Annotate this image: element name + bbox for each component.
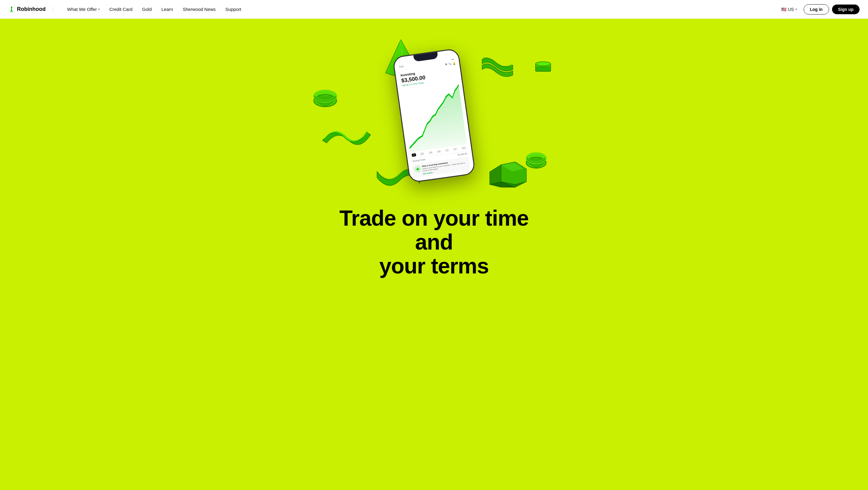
nav-credit-card[interactable]: Credit Card — [105, 4, 137, 14]
phone-screen: 5:12 ▪▪▪ ⚙ 🔍 🔔 Investing $3,500.00 +$0.0… — [393, 49, 475, 182]
locale-selector[interactable]: 🇺🇸 US ▾ — [778, 5, 800, 13]
chevron-down-icon: ▾ — [98, 7, 100, 11]
buying-power-value: $1,000.00 — [458, 152, 467, 156]
navbar: Robinhood What We Offer ▾ Credit Card Go… — [0, 0, 868, 19]
nav-learn[interactable]: Learn — [157, 4, 177, 14]
brand-name: Robinhood — [17, 6, 45, 12]
bell-icon: 🔔 — [453, 62, 456, 65]
svg-point-11 — [535, 62, 551, 66]
nav-support[interactable]: Support — [221, 4, 246, 14]
hero-section: 5:12 ▪▪▪ ⚙ 🔍 🔔 Investing $3,500.00 +$0.0… — [0, 0, 868, 490]
timeframe-3m[interactable]: 3M — [437, 150, 441, 153]
timeframe-1m[interactable]: 1M — [428, 151, 433, 154]
phone-time: 5:12 — [399, 65, 403, 68]
nav-sherwood-news[interactable]: Sherwood News — [178, 4, 220, 14]
hero-illustration: 5:12 ▪▪▪ ⚙ 🔍 🔔 Investing $3,500.00 +$0.0… — [298, 28, 570, 203]
timeframe-1d[interactable]: 1D — [412, 153, 416, 157]
settings-icon: ⚙ — [445, 63, 447, 66]
phone-signal-icons: ▪▪▪ — [452, 58, 454, 60]
logo[interactable]: Robinhood — [8, 6, 53, 13]
phone-mockup: 5:12 ▪▪▪ ⚙ 🔍 🔔 Investing $3,500.00 +$0.0… — [392, 48, 476, 183]
locale-label: US — [788, 7, 794, 12]
hero-headline-line2: your terms — [379, 254, 489, 278]
signup-button[interactable]: Sign up — [832, 4, 860, 14]
ribbon-left-decoration — [320, 116, 380, 152]
phone-chart — [401, 81, 467, 152]
nav-what-we-offer[interactable]: What We Offer ▾ — [63, 4, 104, 14]
hero-headline-line1: Trade on your time and — [339, 206, 529, 254]
timeframe-1y[interactable]: 1Y — [445, 148, 450, 152]
coin-left-decoration — [312, 84, 339, 111]
nav-right: 🇺🇸 US ▾ Log in Sign up — [778, 4, 860, 15]
ribbon-right-top-decoration — [479, 54, 516, 84]
cta-icon — [414, 166, 422, 173]
flag-icon: 🇺🇸 — [781, 7, 786, 12]
timeframe-all[interactable]: ALL — [461, 146, 466, 150]
robinhood-logo-icon — [8, 6, 15, 13]
buying-power-label: Buying Power — [412, 158, 426, 162]
timeframe-1w[interactable]: 1W — [420, 152, 425, 155]
login-button[interactable]: Log in — [804, 4, 829, 15]
hero-text: Trade on your time and your terms — [328, 203, 540, 296]
timeframe-5y[interactable]: 5Y — [453, 147, 458, 151]
block-bottom-decoration — [487, 159, 529, 189]
cylinder-right-decoration — [532, 59, 554, 78]
chevron-down-icon: ▾ — [796, 7, 797, 11]
hero-headline: Trade on your time and your terms — [334, 206, 534, 278]
search-icon: 🔍 — [448, 62, 452, 65]
nav-gold[interactable]: Gold — [138, 4, 156, 14]
cta-text: Start a recurring investment Invest in y… — [422, 159, 468, 175]
nav-links: What We Offer ▾ Credit Card Gold Learn S… — [63, 4, 778, 14]
